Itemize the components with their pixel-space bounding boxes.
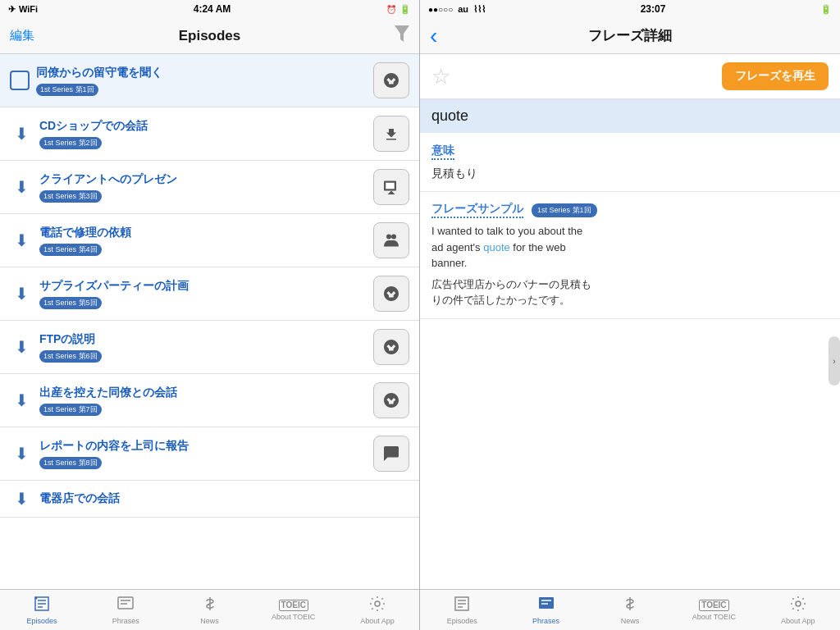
about-toeic-icon-left: TOEIC bbox=[279, 600, 308, 611]
star-icon[interactable]: ☆ bbox=[431, 64, 450, 89]
episode-badge-8: 1st Series 第8回 bbox=[39, 457, 102, 469]
download-icon-6: ⬇ bbox=[10, 336, 33, 358]
meaning-title: 意味 bbox=[431, 144, 454, 160]
episode-badge-2: 1st Series 第2回 bbox=[39, 137, 102, 149]
svg-marker-0 bbox=[395, 25, 409, 42]
settings-icon-left bbox=[368, 595, 386, 615]
sample-text-1: I wanted to talk to you about the bbox=[431, 225, 582, 237]
tab-about-app-right[interactable]: About App bbox=[756, 590, 840, 630]
episode-action-btn-3[interactable] bbox=[373, 169, 409, 205]
episode-action-btn-2[interactable] bbox=[373, 116, 409, 152]
play-phrase-button[interactable]: フレーズを再生 bbox=[722, 62, 829, 90]
status-bar-right: ●●○○○ au ⌇⌇⌇ 23:07 🔋 bbox=[420, 0, 840, 18]
table-row[interactable]: ⬇ CDショップでの会話 1st Series 第2回 bbox=[0, 107, 419, 161]
tab-phrases-left[interactable]: Phrases bbox=[84, 590, 167, 630]
tab-about-app-left[interactable]: About App bbox=[336, 590, 419, 630]
news-icon-left bbox=[201, 595, 219, 615]
tab-news-label-right: News bbox=[621, 617, 640, 625]
tab-phrases-label-right: Phrases bbox=[532, 617, 559, 625]
episode-title-4: 電話で修理の依頼 bbox=[39, 226, 373, 240]
episode-action-btn-6[interactable] bbox=[373, 329, 409, 365]
tab-episodes-label-right: Episodes bbox=[447, 617, 477, 625]
tab-about-app-label-right: About App bbox=[781, 617, 815, 625]
episode-action-btn-1[interactable] bbox=[373, 62, 409, 98]
download-icon-9: ⬇ bbox=[10, 487, 33, 510]
episode-action-btn-5[interactable] bbox=[373, 276, 409, 312]
battery-icon-left: 🔋 bbox=[399, 4, 411, 15]
alarm-icon: ⏰ bbox=[386, 5, 396, 14]
sample-text-4: banner. bbox=[431, 257, 467, 269]
nav-edit-btn[interactable]: 編集 bbox=[10, 28, 59, 43]
tab-episodes-left[interactable]: Episodes bbox=[0, 590, 84, 630]
episode-action-btn-8[interactable] bbox=[373, 436, 409, 472]
table-row[interactable]: 同僚からの留守電を聞く 1st Series 第1回 bbox=[0, 54, 419, 107]
sample-text-3: for the web bbox=[510, 241, 566, 253]
table-row[interactable]: ⬇ 出産を控えた同僚との会話 1st Series 第7回 bbox=[0, 374, 419, 427]
tab-about-toeic-label-left: About TOEIC bbox=[272, 613, 315, 621]
phrase-sample-english: I wanted to talk to you about the ad age… bbox=[431, 223, 829, 272]
left-phone: ✈ WiFi 4:24 AM ⏰ 🔋 編集 Episodes bbox=[0, 0, 420, 630]
table-row[interactable]: ⬇ サプライズパーティーの計画 1st Series 第5回 bbox=[0, 267, 419, 321]
phrase-word: quote bbox=[431, 107, 829, 125]
svg-point-6 bbox=[35, 597, 38, 600]
tab-bar-right: Episodes Phrases News TOEIC About TOEIC bbox=[420, 589, 840, 630]
nav-title-phrase-detail: フレーズ詳細 bbox=[588, 26, 672, 45]
status-left-icons: ✈ WiFi bbox=[8, 4, 38, 15]
episode-action-btn-4[interactable] bbox=[373, 222, 409, 258]
episode-badge-3: 1st Series 第3回 bbox=[39, 190, 102, 203]
episode-badge-1: 1st Series 第1回 bbox=[36, 84, 98, 96]
tab-episodes-right[interactable]: Episodes bbox=[420, 590, 504, 630]
sample-highlight-word: quote bbox=[483, 241, 510, 253]
nav-filter-btn[interactable] bbox=[360, 25, 409, 46]
table-row[interactable]: ⬇ 電話で修理の依頼 1st Series 第4回 bbox=[0, 214, 419, 267]
download-icon-7: ⬇ bbox=[10, 389, 33, 412]
status-left-right: ●●○○○ au ⌇⌇⌇ bbox=[428, 4, 486, 15]
sample-series-badge: 1st Series 第1回 bbox=[532, 203, 597, 217]
tab-news-label-left: News bbox=[200, 617, 219, 625]
phrases-icon-right bbox=[537, 595, 555, 615]
download-icon-2: ⬇ bbox=[10, 122, 33, 145]
episode-badge-7: 1st Series 第7回 bbox=[39, 404, 102, 416]
episodes-icon bbox=[33, 595, 51, 615]
tab-news-right[interactable]: News bbox=[588, 590, 672, 630]
tab-phrases-label-left: Phrases bbox=[112, 617, 139, 625]
svg-rect-9 bbox=[539, 597, 554, 609]
tab-bar-left: Episodes Phrases News TOEIC About TOEIC bbox=[0, 589, 419, 630]
download-icon-4: ⬇ bbox=[10, 229, 33, 252]
nav-back-area[interactable]: ‹ bbox=[430, 25, 479, 48]
status-time-right: 23:07 bbox=[641, 3, 666, 15]
signal-dots: ●●○○○ bbox=[428, 5, 453, 14]
scroll-indicator: › bbox=[829, 336, 840, 386]
svg-point-8 bbox=[375, 601, 380, 606]
status-time-left: 4:24 AM bbox=[194, 3, 231, 15]
tab-about-app-label-left: About App bbox=[360, 617, 395, 625]
filter-icon[interactable] bbox=[395, 25, 409, 46]
meaning-section: 意味 見積もり bbox=[420, 133, 840, 192]
tab-about-toeic-left[interactable]: TOEIC About TOEIC bbox=[252, 590, 336, 630]
sample-header: フレーズサンプル 1st Series 第1回 bbox=[431, 202, 829, 218]
table-row[interactable]: ⬇ クライアントへのプレゼン 1st Series 第3回 bbox=[0, 161, 419, 214]
table-row[interactable]: ⬇ レポートの内容を上司に報告 1st Series 第8回 bbox=[0, 427, 419, 481]
episode-title-5: サプライズパーティーの計画 bbox=[39, 279, 373, 294]
status-right-icons-left: ⏰ 🔋 bbox=[386, 4, 411, 15]
status-bar-left: ✈ WiFi 4:24 AM ⏰ 🔋 bbox=[0, 0, 419, 18]
back-button[interactable]: ‹ bbox=[430, 23, 437, 48]
settings-icon-right bbox=[789, 595, 807, 615]
episode-checkbox-1[interactable] bbox=[10, 71, 30, 90]
tab-about-toeic-right[interactable]: TOEIC About TOEIC bbox=[672, 590, 756, 630]
table-row[interactable]: ⬇ FTPの説明 1st Series 第6回 bbox=[0, 321, 419, 374]
table-row[interactable]: ⬇ 電器店での会話 bbox=[0, 481, 419, 518]
nav-bar-left: 編集 Episodes bbox=[0, 18, 419, 54]
tab-about-toeic-label-right: About TOEIC bbox=[692, 613, 736, 621]
wifi-icon-right: ⌇⌇⌇ bbox=[473, 4, 486, 15]
right-phone: ●●○○○ au ⌇⌇⌇ 23:07 🔋 ‹ フレーズ詳細 ☆ フレーズを再生 … bbox=[420, 0, 840, 630]
svg-rect-3 bbox=[386, 183, 395, 189]
phrase-header: ☆ フレーズを再生 bbox=[420, 54, 840, 99]
tab-phrases-right[interactable]: Phrases bbox=[504, 590, 587, 630]
tab-news-left[interactable]: News bbox=[167, 590, 251, 630]
episode-action-btn-7[interactable] bbox=[373, 382, 409, 418]
airplane-icon: ✈ bbox=[8, 4, 16, 15]
episode-title-2: CDショップでの会話 bbox=[39, 119, 373, 134]
nav-title-episodes: Episodes bbox=[179, 28, 241, 44]
episode-title-9: 電器店での会話 bbox=[39, 491, 409, 506]
